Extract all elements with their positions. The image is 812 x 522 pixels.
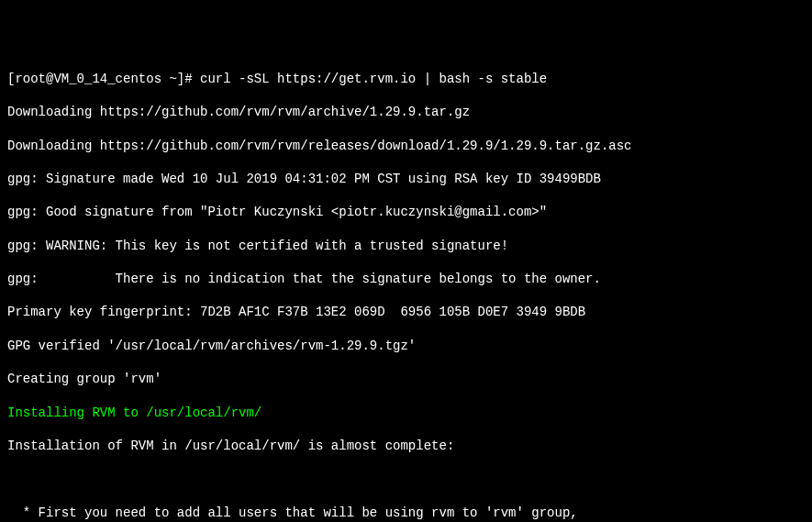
output-line: Downloading https://github.com/rvm/rvm/a… <box>7 104 805 120</box>
blank-line <box>7 471 805 487</box>
output-line: gpg: Good signature from "Piotr Kuczynsk… <box>7 204 805 220</box>
installing-line: Installing RVM to /usr/local/rvm/ <box>7 405 805 421</box>
output-line: gpg: WARNING: This key is not certified … <box>7 238 805 254</box>
output-line: Primary key fingerprint: 7D2B AF1C F37B … <box>7 304 805 320</box>
bullet-line: * First you need to add all users that w… <box>7 505 805 521</box>
output-line: GPG verified '/usr/local/rvm/archives/rv… <box>7 338 805 354</box>
command-line: [root@VM_0_14_centos ~]# curl -sSL https… <box>7 71 805 87</box>
output-line: gpg: There is no indication that the sig… <box>7 271 805 287</box>
output-line: Installation of RVM in /usr/local/rvm/ i… <box>7 438 805 454</box>
output-line: Downloading https://github.com/rvm/rvm/r… <box>7 138 805 154</box>
output-line: gpg: Signature made Wed 10 Jul 2019 04:3… <box>7 171 805 187</box>
output-line: Creating group 'rvm' <box>7 371 805 387</box>
